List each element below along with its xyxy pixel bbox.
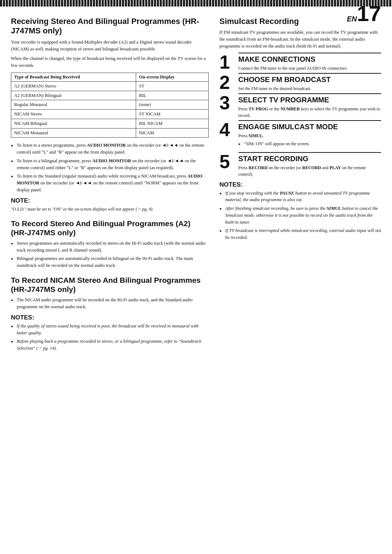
table-cell: BIL [136,91,208,100]
section3-bullets: The NICAM audio programme will be record… [11,297,209,310]
left-notes-heading: NOTES: [11,314,209,321]
top-bar [0,0,392,7]
list-item: After finishing simulcast recording, be … [220,205,381,225]
step-number: 4 [220,120,236,151]
step-bullet: "SIM. ON" will appear on the screen. [238,140,381,147]
note-text: "O.S.D." must be set to "ON" or the on-s… [11,206,209,212]
step-row: 4ENGAGE SIMULCAST MODEPress SIMUL."SIM. … [220,120,381,151]
section2-title: To Record Stereo And Bilingual Programme… [11,219,209,237]
list-item: If you stop recording with the PAUSE but… [220,190,381,204]
page-number: 17 [357,3,381,25]
table-row: NICAM BilingualBIL NICAM [11,119,209,128]
list-item: Before playing back a programme recorded… [11,338,209,352]
step-content: SELECT TV PROGRAMMEPress TV PROG or the … [238,93,381,119]
step-content: START RECORDINGPress RECORD on the recor… [238,152,381,178]
table-row: A2 (GERMAN) StereoST [11,81,209,91]
list-item: The NICAM audio programme will be record… [11,297,209,310]
table-cell: NICAM [136,128,208,138]
list-item: Bilingual programmes are automatically r… [11,255,209,269]
section1-body1: Your recorder is equipped with a Sound-M… [11,39,209,53]
page-number-block: EN 17 [347,3,381,25]
list-item: To listen to a stereo programme, press A… [11,142,209,156]
list-item: If the quality of stereo sound being rec… [11,323,209,337]
step-number: 2 [220,73,236,92]
table-cell: NICAM Stereo [11,110,136,119]
note-heading: NOTE: [11,197,209,204]
step-text: Press RECORD on the recorder (or RECORD … [238,164,381,178]
step-heading: ENGAGE SIMULCAST MODE [238,122,381,131]
table-cell: ST NICAM [136,110,208,119]
section1-body2: When the channel is changed, the type of… [11,55,209,69]
step-row: 3SELECT TV PROGRAMMEPress TV PROG or the… [220,93,381,119]
section3-title: To Record NICAM Stereo And Bilingual Pro… [11,276,209,294]
section1-title: Receiving Stereo And Bilingual Programme… [11,17,209,36]
table-cell: Regular Monaural [11,100,136,110]
left-notes-list: If the quality of stereo sound being rec… [11,323,209,352]
table-row: A2 (GERMAN) BilingualBIL [11,91,209,100]
step-heading: SELECT TV PROGRAMME [238,95,381,104]
table-cell: NICAM Monaural [11,128,136,138]
left-notes-block: NOTES: If the quality of stereo sound be… [11,314,209,352]
table-cell: A2 (GERMAN) Bilingual [11,91,136,100]
step-text: Press TV PROG or the NUMBER keys to sele… [238,106,381,119]
list-item: To listen to a bilingual programme, pres… [11,158,209,171]
step-number: 3 [220,93,236,119]
section2-bullets: Stereo programmes are automatically reco… [11,240,209,269]
steps-container: 1MAKE CONNECTIONSConnect the FM tuner to… [220,53,381,178]
step-heading: START RECORDING [238,154,381,163]
right-notes-heading: NOTES: [220,181,381,188]
table-cell: BIL NICAM [136,119,208,128]
right-notes-list: If you stop recording with the PAUSE but… [220,190,381,241]
simulcast-body: If FM simulcast TV programmes are availa… [220,29,381,49]
table-cell: NICAM Bilingual [11,119,136,128]
section1-bullets: To listen to a stereo programme, press A… [11,142,209,193]
left-column: Receiving Stereo And Bilingual Programme… [11,17,209,355]
step-row: 1MAKE CONNECTIONSConnect the FM tuner to… [220,53,381,72]
table-row: Regular Monaural(none) [11,100,209,110]
step-content: MAKE CONNECTIONSConnect the FM tuner to … [238,53,381,72]
step-row: 2CHOOSE FM BROADCASTSet the FM tuner to … [220,73,381,92]
page-label: EN [347,15,357,23]
table-col1-header: Type of Broadcast Being Received [11,73,136,81]
step-heading: CHOOSE FM BROADCAST [238,75,381,84]
step-text: Connect the FM tuner to the rear panel A… [238,65,381,72]
broadcast-table: Type of Broadcast Being Received On-scre… [11,73,209,138]
list-item: To listen to the Standard (regular monau… [11,173,209,193]
table-cell: A2 (GERMAN) Stereo [11,81,136,91]
step-text: Press SIMUL. [238,133,381,139]
right-column: Simulcast Recording If FM simulcast TV p… [220,17,381,355]
step-number: 1 [220,53,236,72]
table-cell: ST [136,81,208,91]
table-row: NICAM MonauralNICAM [11,128,209,138]
right-notes-block: NOTES: If you stop recording with the PA… [220,181,381,241]
table-row: NICAM StereoST NICAM [11,110,209,119]
step-content: CHOOSE FM BROADCASTSet the FM tuner to t… [238,73,381,92]
step-content: ENGAGE SIMULCAST MODEPress SIMUL."SIM. O… [238,120,381,151]
list-item: Stereo programmes are automatically reco… [11,240,209,254]
step-heading: MAKE CONNECTIONS [238,55,381,64]
note-block: NOTE: "O.S.D." must be set to "ON" or th… [11,197,209,212]
table-cell: (none) [136,100,208,110]
step-row: 5START RECORDINGPress RECORD on the reco… [220,152,381,178]
table-col2-header: On-screen Display [136,73,208,81]
step-text: Set the FM tuner to the desired broadcas… [238,85,381,92]
list-item: If TV broadcast is interrupted while sim… [220,227,381,241]
step-number: 5 [220,152,236,178]
